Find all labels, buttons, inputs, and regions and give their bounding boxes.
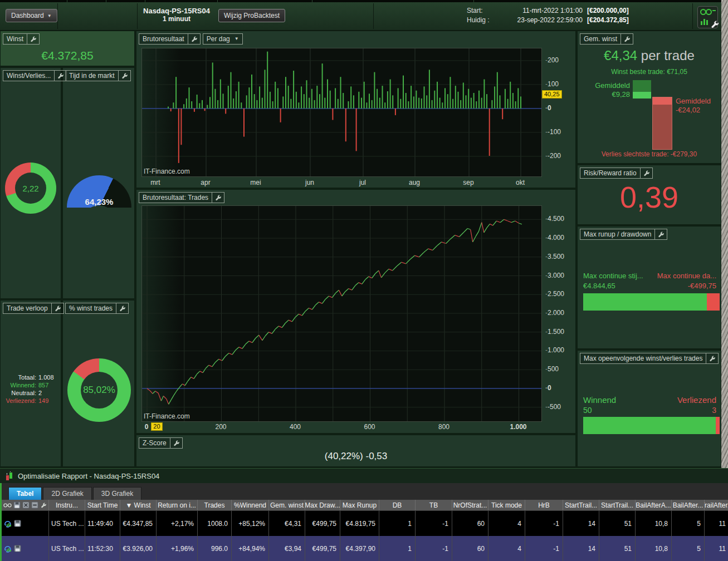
avg-profit-value: €4,34 bbox=[604, 48, 637, 63]
x-tick-label: sep bbox=[463, 179, 473, 186]
bar bbox=[189, 87, 190, 109]
bar bbox=[382, 86, 383, 109]
cell: 5 bbox=[672, 511, 705, 536]
equity-segment bbox=[322, 299, 325, 303]
column-header-19[interactable]: TrailAfter... bbox=[705, 500, 728, 510]
current-capital: [€204.372,85] bbox=[587, 16, 629, 24]
delete-icon[interactable] bbox=[22, 501, 30, 509]
column-header-9[interactable]: Max Runup bbox=[340, 500, 379, 510]
bar bbox=[183, 104, 184, 109]
period-dropdown[interactable]: Per dag ▼ bbox=[203, 33, 243, 45]
optimization-window-titlebar[interactable]: Optimalisatie Rapport - Nasdaq-PS-15RS04 bbox=[0, 469, 728, 483]
drawdown-bar-red bbox=[707, 293, 720, 311]
table-row[interactable]: US Tech ...11:49:40€4.347,85+2,17%1008.0… bbox=[2, 511, 728, 536]
column-header-13[interactable]: Tick mode bbox=[488, 500, 525, 510]
bar bbox=[296, 92, 297, 109]
column-header-12[interactable]: NrOfStrat... bbox=[452, 500, 488, 510]
column-header-18[interactable]: BailAfter... bbox=[672, 500, 705, 510]
wrench-icon[interactable] bbox=[118, 71, 130, 81]
column-header-4[interactable]: Return on i... bbox=[157, 500, 198, 510]
panel-title-chip: Winst/Verlies... bbox=[3, 70, 67, 81]
bar bbox=[452, 99, 453, 109]
equity-segment bbox=[476, 232, 478, 237]
tab-2d-grafiek[interactable]: 2D Grafiek bbox=[43, 487, 91, 500]
start-label: Start: bbox=[467, 7, 499, 14]
equity-segment bbox=[508, 221, 512, 223]
column-header-5[interactable]: Trades bbox=[198, 500, 232, 510]
wrench-icon[interactable] bbox=[212, 193, 224, 203]
equity-segment bbox=[315, 302, 319, 305]
save-icon[interactable] bbox=[14, 545, 21, 552]
wrench-icon[interactable] bbox=[51, 303, 63, 313]
wrench-icon[interactable] bbox=[706, 353, 718, 363]
equity-segment bbox=[292, 317, 295, 322]
wrench-icon[interactable] bbox=[170, 438, 182, 448]
equity-segment bbox=[158, 393, 161, 401]
edit-probacktest-button[interactable]: Wijzig ProBacktest bbox=[218, 9, 285, 22]
column-header-2[interactable]: Start Time bbox=[85, 500, 120, 510]
bar bbox=[343, 93, 344, 109]
tab-tabel[interactable]: Tabel bbox=[8, 487, 42, 500]
equity-segment bbox=[342, 292, 345, 296]
bar bbox=[262, 98, 263, 109]
dashboard-settings-icon[interactable] bbox=[697, 6, 718, 28]
column-header-8[interactable]: Max Draw... bbox=[305, 500, 340, 510]
cell: €4.347,85 bbox=[120, 511, 157, 536]
column-header-16[interactable]: StartTrail... bbox=[599, 500, 636, 510]
wrench-icon[interactable] bbox=[620, 34, 633, 44]
save-icon[interactable] bbox=[14, 520, 21, 527]
x-tick-label: aug bbox=[409, 179, 420, 186]
tab-3d-grafiek[interactable]: 3D Grafiek bbox=[93, 487, 141, 500]
cell: +1,96% bbox=[157, 536, 198, 561]
wrench-icon[interactable] bbox=[27, 34, 39, 44]
equity-segment bbox=[155, 391, 158, 393]
column-header-7[interactable]: Gem. winst bbox=[269, 500, 305, 510]
table-row[interactable]: US Tech ...11:52:30€3.926,00+1,96%996.0+… bbox=[2, 536, 728, 561]
bar bbox=[186, 99, 187, 109]
chevron-down-icon: ▼ bbox=[233, 34, 242, 44]
wrench-icon[interactable] bbox=[654, 229, 667, 239]
find-icon[interactable] bbox=[3, 503, 12, 508]
column-header-14[interactable]: HrB bbox=[525, 500, 563, 510]
column-header-17[interactable]: BailAfterA... bbox=[636, 500, 672, 510]
risk-reward-value: 0,39 bbox=[578, 180, 721, 214]
dashboard-menu-button[interactable]: Dashboard ▼ bbox=[6, 9, 57, 22]
avg-win-bar bbox=[633, 80, 651, 99]
bar bbox=[277, 88, 279, 109]
trade-stat-label: Winnend: bbox=[1, 381, 36, 389]
column-header-15[interactable]: StartTrail... bbox=[563, 500, 599, 510]
equity-segment bbox=[171, 395, 174, 400]
consecutive-win-label: Winnend bbox=[583, 395, 616, 405]
strategy-icon[interactable] bbox=[4, 545, 12, 553]
bar bbox=[442, 102, 443, 109]
column-header-6[interactable]: %Winnend bbox=[232, 500, 269, 510]
wrench-icon[interactable] bbox=[640, 168, 652, 178]
column-header-10[interactable]: DB bbox=[379, 500, 416, 510]
wrench-icon[interactable] bbox=[40, 502, 47, 509]
column-header-3[interactable]: ▼ Winst bbox=[120, 500, 157, 510]
bar bbox=[290, 99, 291, 109]
column-header-1[interactable]: Instru... bbox=[49, 500, 85, 510]
bar bbox=[306, 80, 307, 109]
bar bbox=[429, 70, 430, 109]
save-icon[interactable] bbox=[13, 501, 21, 509]
separator bbox=[57, 3, 58, 29]
bar bbox=[398, 88, 399, 109]
equity-segment bbox=[206, 365, 209, 368]
equity-segment bbox=[191, 377, 194, 379]
backtest-period: Start: 11-mrt-2022 1:01:00 [€200.000,00]… bbox=[467, 7, 629, 24]
wrench-icon[interactable] bbox=[188, 34, 200, 44]
panel-gem-winst: Gem. winst €4,34 per trade Winst beste t… bbox=[577, 31, 721, 164]
equity-segment bbox=[365, 277, 369, 279]
bar bbox=[500, 95, 501, 109]
equity-segment bbox=[467, 229, 470, 230]
column-header-11[interactable]: TB bbox=[416, 500, 452, 510]
collapse-icon[interactable] bbox=[31, 501, 38, 509]
trade-stat-label: Verliezend: bbox=[1, 397, 36, 405]
wrench-icon[interactable] bbox=[116, 303, 128, 313]
equity-segment bbox=[519, 223, 522, 224]
strategy-icon[interactable] bbox=[4, 520, 12, 528]
equity-segment bbox=[428, 249, 433, 250]
start-capital: [€200.000,00] bbox=[587, 7, 629, 14]
cell: +2,17% bbox=[157, 511, 198, 536]
